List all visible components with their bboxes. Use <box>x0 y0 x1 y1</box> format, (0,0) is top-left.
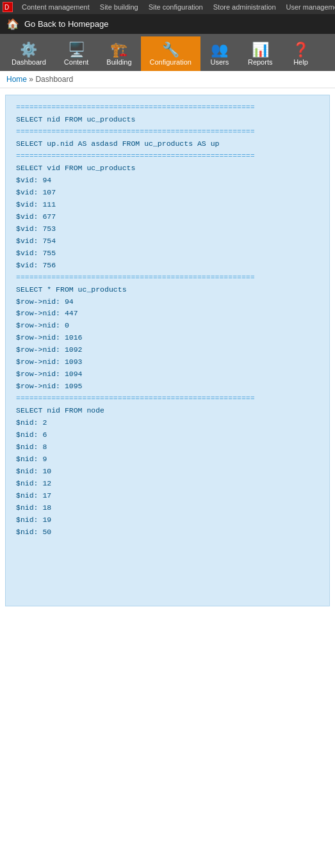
admin-link-content[interactable]: Content management <box>17 0 95 14</box>
admin-link-users[interactable]: User management <box>281 0 335 14</box>
building-icon: 🏗️ <box>110 43 127 57</box>
homepage-bar[interactable]: 🏠 Go Back to Homepage <box>0 14 335 34</box>
breadcrumb-sep: » <box>29 75 33 84</box>
nav-reports[interactable]: 📊 Reports <box>239 36 282 71</box>
nav-configuration[interactable]: 🔧 Configuration <box>141 36 200 71</box>
nav-content[interactable]: 🖥️ Content <box>55 36 98 71</box>
users-icon: 👥 <box>211 43 228 57</box>
code-output: ========================================… <box>16 102 319 539</box>
svg-text:D: D <box>4 4 9 11</box>
admin-link-configuration[interactable]: Site configuration <box>143 0 208 14</box>
home-icon: 🏠 <box>6 18 19 30</box>
nav-help[interactable]: ❓ Help <box>281 36 320 71</box>
content-icon: 🖥️ <box>68 43 85 57</box>
reports-icon: 📊 <box>252 43 269 57</box>
nav-reports-label: Reports <box>248 58 273 66</box>
nav-content-label: Content <box>64 58 89 66</box>
main-nav: ⚙️ Dashboard 🖥️ Content 🏗️ Building 🔧 Co… <box>0 34 335 71</box>
nav-help-label: Help <box>293 58 308 66</box>
breadcrumb-home[interactable]: Home <box>6 75 27 84</box>
nav-configuration-label: Configuration <box>150 58 192 66</box>
admin-bar-links[interactable]: Content management Site building Site co… <box>17 0 335 14</box>
nav-dashboard[interactable]: ⚙️ Dashboard <box>3 36 55 71</box>
site-icon: D <box>3 2 13 12</box>
nav-users-label: Users <box>211 58 229 66</box>
dashboard-icon: ⚙️ <box>20 43 37 57</box>
nav-users[interactable]: 👥 Users <box>200 36 239 71</box>
content-area: ========================================… <box>5 95 330 606</box>
nav-building[interactable]: 🏗️ Building <box>97 36 140 71</box>
admin-link-store[interactable]: Store administration <box>208 0 281 14</box>
configuration-icon: 🔧 <box>162 43 179 57</box>
breadcrumb-current: Dashboard <box>35 75 73 84</box>
nav-dashboard-label: Dashboard <box>12 58 46 66</box>
nav-building-label: Building <box>106 58 131 66</box>
help-icon: ❓ <box>292 43 309 57</box>
breadcrumb: Home » Dashboard <box>0 71 335 88</box>
admin-bar: D Content management Site building Site … <box>0 0 335 14</box>
admin-link-building[interactable]: Site building <box>95 0 143 14</box>
homepage-label: Go Back to Homepage <box>24 19 109 29</box>
